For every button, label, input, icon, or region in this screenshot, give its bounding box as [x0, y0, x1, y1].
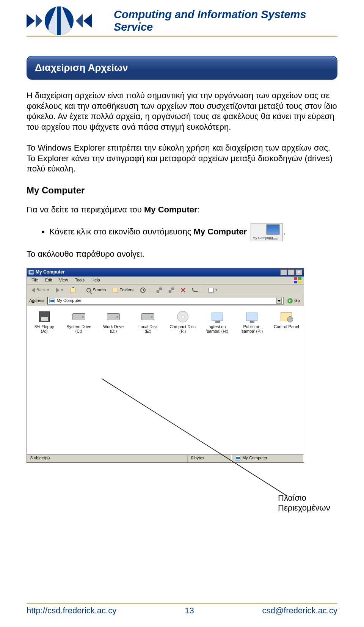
drive-label: ugtest on 'samba' (H:)	[204, 324, 231, 333]
address-bar: Address My Computer Go	[27, 296, 304, 306]
drive-label: 3½ Floppy (A:)	[31, 324, 58, 333]
drive-label: Local Disk (E:)	[135, 324, 162, 333]
drive-label: Control Panel	[274, 324, 299, 329]
up-button[interactable]	[68, 287, 78, 293]
callout-line2: Περιεχομένων	[278, 503, 330, 513]
bullet-pre: Κάνετε κλικ στο εικονίδιο συντόμευσης	[49, 227, 193, 236]
folders-button[interactable]: Folders	[110, 287, 136, 294]
paragraph-2: Το Windows Explorer επιτρέπει την εύκολη…	[27, 143, 337, 174]
status-left: 8 object(s)	[27, 454, 187, 462]
intro-post: :	[198, 205, 200, 214]
intro-bold: My Computer	[144, 205, 198, 214]
search-label: Search	[93, 288, 106, 293]
intro-pre: Για να δείτε τα περιεχόμενα του	[27, 205, 144, 214]
page-footer: http://csd.frederick.ac.cy 13 csd@freder…	[27, 603, 337, 616]
callout-line1: Πλαίσιο	[278, 493, 330, 503]
mycomputer-shortcut-icon: My Computer	[251, 223, 282, 241]
titlebar-icon	[28, 270, 34, 275]
undo-button[interactable]	[190, 288, 200, 293]
bullet-bold: My Computer	[193, 227, 247, 236]
bullet-post: .	[283, 227, 286, 236]
mycomputer-window: My Computer _ □ × File Edit View Tools H…	[27, 268, 304, 463]
followup-line: Το ακόλουθο παράθυρο ανοίγει.	[27, 249, 337, 259]
footer-right: csd@frederick.ac.cy	[262, 606, 337, 616]
menu-edit[interactable]: Edit	[42, 277, 55, 284]
undo-icon	[192, 288, 198, 292]
mycomputer-intro: Για να δείτε τα περιεχόμενα του My Compu…	[27, 204, 337, 215]
delete-button[interactable]	[179, 287, 188, 293]
back-icon	[31, 288, 35, 292]
section-title: Διαχείριση Αρχείων	[35, 62, 329, 74]
address-label: Address	[29, 298, 45, 303]
bullet-click-shortcut: Κάνετε κλικ στο εικονίδιο συντόμευσης My…	[49, 223, 337, 241]
hdd-icon	[141, 313, 154, 320]
footer-page-number: 13	[185, 606, 194, 616]
menu-file[interactable]: File	[28, 277, 41, 284]
moveto-icon	[157, 288, 162, 293]
folders-icon	[113, 288, 118, 292]
drive-label: Work Drive (D:)	[100, 324, 127, 333]
window-titlebar[interactable]: My Computer _ □ ×	[27, 268, 304, 277]
go-button[interactable]: Go	[286, 298, 301, 303]
close-button[interactable]: ×	[295, 269, 302, 275]
logo	[27, 6, 114, 35]
history-button[interactable]	[138, 287, 148, 294]
hdd-icon	[107, 313, 120, 320]
site-title: Computing and Information Systems Servic…	[114, 8, 337, 33]
up-icon	[70, 288, 75, 292]
mycomputer-heading: My Computer	[27, 185, 337, 196]
status-mid: 0 bytes	[187, 454, 232, 462]
callout-label: Πλαίσιο Περιεχομένων	[278, 493, 330, 513]
back-label: Back	[36, 288, 46, 293]
status-bar: 8 object(s) 0 bytes My Computer	[27, 454, 304, 462]
search-icon	[86, 288, 91, 292]
drive-item[interactable]: ugtest on 'samba' (H:)	[204, 311, 231, 333]
drive-item[interactable]: 3½ Floppy (A:)	[31, 311, 58, 333]
drive-item[interactable]: Work Drive (D:)	[100, 311, 127, 333]
menu-tools[interactable]: Tools	[72, 277, 88, 284]
cp-icon	[281, 312, 292, 321]
copyto-icon	[169, 288, 174, 293]
hdd-icon	[72, 313, 85, 320]
views-button[interactable]: ▾	[206, 287, 220, 294]
drive-item[interactable]: System Drive (C:)	[65, 311, 92, 333]
address-icon	[49, 299, 55, 303]
shortcut-caption: My Computer	[253, 236, 273, 240]
maximize-button[interactable]: □	[288, 269, 295, 275]
address-field[interactable]: My Computer	[47, 297, 284, 305]
drive-label: Compact Disc (F:)	[169, 324, 196, 333]
drive-item[interactable]: Compact Disc (F:)	[169, 311, 196, 333]
drive-item[interactable]: Public on 'samba' (P:)	[238, 311, 265, 333]
delete-icon	[181, 288, 185, 292]
content-pane[interactable]: 3½ Floppy (A:) System Drive (C:) Work Dr…	[27, 306, 304, 454]
forward-button[interactable]: ▾	[54, 287, 66, 294]
minimize-button[interactable]: _	[280, 269, 287, 275]
history-icon	[140, 288, 146, 293]
address-value: My Computer	[56, 298, 82, 303]
paragraph-1: Η διαχείριση αρχείων είναι πολύ σημαντικ…	[27, 90, 337, 132]
windows-flag-icon	[294, 277, 302, 283]
window-title: My Computer	[36, 269, 65, 275]
moveto-button[interactable]	[154, 287, 164, 294]
page-header: Computing and Information Systems Servic…	[27, 0, 337, 38]
status-right: My Computer	[232, 454, 304, 462]
header-rule	[27, 36, 337, 37]
section-title-box: Διαχείριση Αρχείων	[27, 56, 337, 80]
floppy-icon	[39, 311, 50, 322]
back-button[interactable]: Back ▾	[29, 287, 52, 294]
drive-item[interactable]: Local Disk (E:)	[135, 311, 162, 333]
search-button[interactable]: Search	[84, 287, 108, 294]
drive-item[interactable]: Control Panel	[273, 311, 300, 333]
drive-label: System Drive (C:)	[65, 324, 92, 333]
copyto-button[interactable]	[166, 287, 176, 294]
forward-icon	[56, 288, 60, 292]
net-icon	[212, 313, 223, 321]
window-menubar: File Edit View Tools Help	[27, 277, 304, 285]
drive-label: Public on 'samba' (P:)	[238, 324, 265, 333]
menu-view[interactable]: View	[56, 277, 71, 284]
status-icon	[235, 456, 240, 460]
address-dropdown[interactable]	[276, 298, 282, 304]
footer-left: http://csd.frederick.ac.cy	[27, 606, 116, 616]
go-icon	[287, 298, 293, 303]
menu-help[interactable]: Help	[88, 277, 103, 284]
